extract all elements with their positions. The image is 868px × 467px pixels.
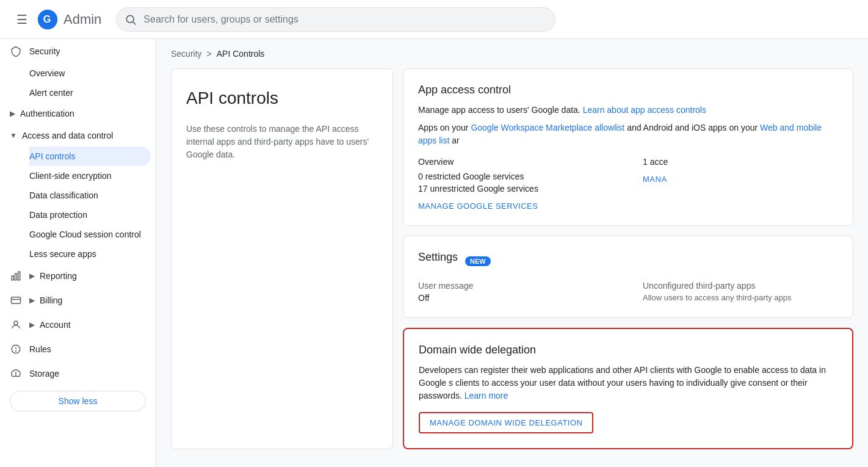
user-message-col: User message Off <box>418 281 613 303</box>
sidebar-rules-label: Rules <box>29 344 51 354</box>
sidebar-item-reporting[interactable]: ▶ Reporting <box>0 264 151 288</box>
domain-wide-delegation-panel: Domain wide delegation Developers can re… <box>403 328 853 449</box>
manage-google-services-link[interactable]: MANAGE GOOGLE SERVICES <box>418 201 538 211</box>
account-icon <box>10 319 22 331</box>
sidebar-security-label: Security <box>29 46 60 56</box>
left-panel: API controls Use these controls to manag… <box>171 68 393 449</box>
breadcrumb: Security > API Controls <box>156 39 868 68</box>
breadcrumb-parent[interactable]: Security <box>171 49 202 59</box>
sidebar-access-sub: API controls Client-side encryption Data… <box>0 147 156 264</box>
billing-icon <box>10 294 22 306</box>
show-less-button[interactable]: Show less <box>10 391 146 411</box>
right-panels: App access control Manage app access to … <box>403 68 853 449</box>
sidebar-item-storage[interactable]: Storage <box>0 361 151 386</box>
app-access-desc2: Apps on your Google Workspace Marketplac… <box>418 121 838 147</box>
svg-point-2 <box>127 15 134 23</box>
stat-restricted: 0 restricted Google services <box>418 172 613 181</box>
domain-desc: Developers can register their web applic… <box>419 364 837 402</box>
rules-icon <box>10 343 22 355</box>
sidebar: Security Overview Alert center ▶ Authent… <box>0 39 156 467</box>
sidebar-authentication-label: Authentication <box>20 109 74 118</box>
bar-chart-icon <box>10 270 22 282</box>
sidebar-access-data-label: Access and data control <box>22 131 113 140</box>
hamburger-menu[interactable]: ☰ <box>10 7 34 32</box>
sidebar-client-side-encryption[interactable]: Client-side encryption <box>29 166 151 186</box>
logo-area: G Admin <box>37 9 101 31</box>
svg-point-9 <box>14 321 18 325</box>
overview-label: Overview <box>418 157 613 167</box>
page-description: Use these controls to manage the API acc… <box>186 123 378 161</box>
unconfigured-col: Unconfigured third-party apps Allow user… <box>643 281 838 303</box>
sidebar-data-protection[interactable]: Data protection <box>29 205 151 225</box>
chevron-right-icon: ▶ <box>10 109 15 118</box>
settings-panel: Settings NEW User message Off Unconfigur… <box>403 236 853 318</box>
svg-rect-6 <box>18 272 20 280</box>
unconfigured-label: Unconfigured third-party apps <box>643 281 838 291</box>
sidebar-reporting-label: Reporting <box>40 271 77 281</box>
sidebar-item-account[interactable]: ▶ Account <box>0 313 151 337</box>
sidebar-account-label: Account <box>40 320 71 330</box>
sidebar-api-controls[interactable]: API controls <box>29 147 151 166</box>
sidebar-overview[interactable]: Overview <box>29 63 151 83</box>
app-access-panel: App access control Manage app access to … <box>403 68 853 226</box>
admin-logo-text: Admin <box>63 12 101 27</box>
svg-text:G: G <box>43 13 51 24</box>
unconfigured-desc: Allow users to access any third-party ap… <box>643 293 838 302</box>
sidebar-storage-label: Storage <box>29 369 59 378</box>
new-badge: NEW <box>465 256 491 266</box>
search-bar <box>116 7 555 32</box>
domain-title: Domain wide delegation <box>419 344 837 357</box>
main-layout: Security Overview Alert center ▶ Authent… <box>0 39 868 467</box>
sidebar-item-security[interactable]: Security <box>0 39 151 63</box>
learn-about-link[interactable]: Learn about app access controls <box>583 105 706 115</box>
chevron-right-icon-4: ▶ <box>29 320 35 329</box>
overview-left-col: Overview 0 restricted Google services 17… <box>418 157 613 211</box>
content-grid: API controls Use these controls to manag… <box>156 68 868 464</box>
page-title: API controls <box>186 89 378 108</box>
manage-domain-wide-delegation-button[interactable]: MANAGE DOMAIN WIDE DELEGATION <box>419 412 593 433</box>
settings-row: User message Off Unconfigured third-part… <box>418 281 838 303</box>
stat-acce: 1 acce <box>643 157 838 167</box>
breadcrumb-current: API Controls <box>217 49 265 59</box>
sidebar-security-sub: Overview Alert center <box>0 63 156 103</box>
storage-icon <box>10 367 22 380</box>
sidebar-less-secure-apps[interactable]: Less secure apps <box>29 244 151 264</box>
overview-right-col: 1 acce MANA <box>643 157 838 211</box>
search-input[interactable] <box>116 7 555 32</box>
breadcrumb-separator: > <box>207 49 212 59</box>
chevron-right-icon-2: ▶ <box>29 272 35 280</box>
topbar: ☰ G Admin <box>0 0 868 39</box>
sidebar-data-classification[interactable]: Data classification <box>29 186 151 205</box>
svg-rect-5 <box>15 273 17 280</box>
app-access-title: App access control <box>418 84 838 96</box>
app-access-desc1: Manage app access to users' Google data.… <box>418 104 838 117</box>
sidebar-item-billing[interactable]: ▶ Billing <box>0 288 151 313</box>
settings-header: Settings NEW <box>418 251 838 271</box>
settings-title: Settings <box>418 251 458 264</box>
sidebar-billing-label: Billing <box>40 295 62 305</box>
sidebar-item-rules[interactable]: Rules <box>0 337 151 361</box>
learn-more-link[interactable]: Learn more <box>465 391 508 400</box>
stat-unrestricted: 17 unrestricted Google services <box>418 184 613 194</box>
search-icon <box>125 13 137 26</box>
user-message-label: User message <box>418 281 613 291</box>
overview-row: Overview 0 restricted Google services 17… <box>418 157 838 211</box>
sidebar-alert-center[interactable]: Alert center <box>29 83 151 103</box>
sidebar-item-authentication[interactable]: ▶ Authentication <box>0 103 151 125</box>
sidebar-item-access-data-control[interactable]: ▼ Access and data control <box>0 125 151 147</box>
hamburger-icon: ☰ <box>16 12 27 27</box>
marketplace-allowlist-link[interactable]: Google Workspace Marketplace allowlist <box>471 123 624 132</box>
svg-rect-7 <box>12 297 21 304</box>
svg-rect-4 <box>12 276 13 280</box>
chevron-down-icon: ▼ <box>10 131 17 140</box>
shield-icon <box>10 45 22 57</box>
main-content: Security > API Controls API controls Use… <box>156 39 868 467</box>
sidebar-google-cloud-session[interactable]: Google Cloud session control <box>29 225 151 244</box>
manage-right-link[interactable]: MANA <box>643 175 667 184</box>
user-message-value: Off <box>418 293 613 303</box>
chevron-right-icon-3: ▶ <box>29 296 35 305</box>
svg-line-3 <box>133 21 136 24</box>
google-logo-icon: G <box>37 9 59 31</box>
